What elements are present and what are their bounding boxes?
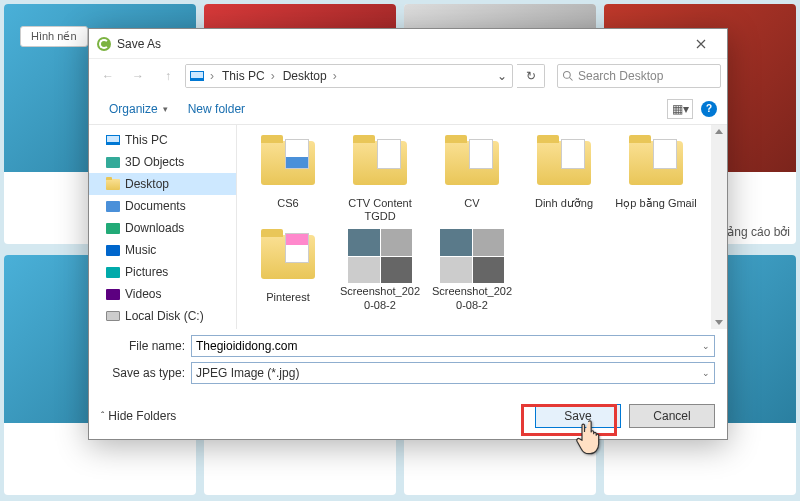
folder-icon <box>105 198 121 214</box>
tree-item-this-pc[interactable]: This PC <box>89 129 236 151</box>
image-thumbnail <box>440 229 504 283</box>
save-as-dialog: Save As ← → ↑ › This PC › Desktop › ⌄ ↻ … <box>88 28 728 440</box>
dialog-footer: ˆ Hide Folders Save Cancel <box>89 393 727 439</box>
chevron-up-icon: ˆ <box>101 411 104 422</box>
file-item[interactable]: CTV Content TGDD <box>335 135 425 223</box>
tree-item-label: Documents <box>125 199 186 213</box>
file-name: CS6 <box>243 197 333 210</box>
save-type-label: Save as type: <box>101 366 191 380</box>
file-item[interactable]: Pinterest <box>243 229 333 311</box>
cancel-button[interactable]: Cancel <box>629 404 715 428</box>
refresh-button[interactable]: ↻ <box>517 64 545 88</box>
back-button[interactable]: ← <box>95 63 121 89</box>
file-name-label: File name: <box>101 339 191 353</box>
tree-item-desktop[interactable]: Desktop <box>89 173 236 195</box>
image-thumbnail <box>348 229 412 283</box>
search-placeholder: Search Desktop <box>578 69 663 83</box>
file-item[interactable]: Screenshot_2020-08-2 <box>427 229 517 311</box>
folder-icon <box>256 141 320 195</box>
tree-item-label: Music <box>125 243 156 257</box>
tree-item-3d-objects[interactable]: 3D Objects <box>89 151 236 173</box>
breadcrumb-this-pc[interactable]: This PC <box>216 65 269 87</box>
folder-icon <box>105 264 121 280</box>
form-area: File name: ⌄ Save as type: JPEG Image (*… <box>89 329 727 393</box>
tree-item-label: Desktop <box>125 177 169 191</box>
search-icon <box>562 70 574 82</box>
folder-icon <box>440 141 504 195</box>
folder-icon <box>105 220 121 236</box>
close-button[interactable] <box>683 29 719 58</box>
file-name-input[interactable] <box>196 336 702 356</box>
file-name: Dinh dưỡng <box>519 197 609 210</box>
tree-item-pictures[interactable]: Pictures <box>89 261 236 283</box>
chevron-right-icon: › <box>331 69 339 83</box>
tree-item-label: Videos <box>125 287 161 301</box>
svg-point-0 <box>564 72 571 79</box>
file-item[interactable]: Dinh dưỡng <box>519 135 609 223</box>
folder-icon <box>256 235 320 289</box>
save-type-value: JPEG Image (*.jpg) <box>196 366 299 380</box>
hide-folders-button[interactable]: ˆ Hide Folders <box>101 409 176 423</box>
dialog-body: This PC3D ObjectsDesktopDocumentsDownloa… <box>89 125 727 329</box>
close-icon <box>696 39 706 49</box>
dialog-title: Save As <box>117 37 161 51</box>
folder-icon <box>105 242 121 258</box>
tree-item-music[interactable]: Music <box>89 239 236 261</box>
tree-item-label: Local Disk (C:) <box>125 309 204 323</box>
save-type-field[interactable]: JPEG Image (*.jpg) ⌄ <box>191 362 715 384</box>
file-name: Screenshot_2020-08-2 <box>335 285 425 311</box>
drive-icon <box>105 308 121 324</box>
folder-icon <box>105 176 121 192</box>
file-name-field[interactable]: ⌄ <box>191 335 715 357</box>
tree-item-label: This PC <box>125 133 168 147</box>
file-name: Pinterest <box>243 291 333 304</box>
file-item[interactable]: Họp bằng Gmail <box>611 135 701 223</box>
chevron-right-icon: › <box>269 69 277 83</box>
folder-icon <box>105 286 121 302</box>
folder-icon <box>348 141 412 195</box>
tree-item-downloads[interactable]: Downloads <box>89 217 236 239</box>
ad-text: ảng cáo bởi <box>727 225 790 239</box>
breadcrumb[interactable]: › This PC › Desktop › ⌄ <box>185 64 513 88</box>
file-name: CTV Content TGDD <box>335 197 425 223</box>
search-input[interactable]: Search Desktop <box>557 64 721 88</box>
breadcrumb-dropdown[interactable]: ⌄ <box>492 64 512 88</box>
organize-button[interactable]: Organize <box>99 98 178 120</box>
title-bar: Save As <box>89 29 727 59</box>
scrollbar[interactable] <box>711 125 727 329</box>
toolbar: Organize New folder ▦▾ ? <box>89 93 727 125</box>
folder-icon <box>105 154 121 170</box>
hide-folders-label: Hide Folders <box>108 409 176 423</box>
file-list[interactable]: CS6CTV Content TGDDCVDinh dưỡngHọp bằng … <box>237 125 727 329</box>
chevron-down-icon[interactable]: ⌄ <box>702 368 710 378</box>
app-icon <box>97 37 111 51</box>
chevron-right-icon: › <box>208 69 216 83</box>
file-item[interactable]: Screenshot_2020-08-2 <box>335 229 425 311</box>
file-item[interactable]: CV <box>427 135 517 223</box>
file-name: Screenshot_2020-08-2 <box>427 285 517 311</box>
file-name: Họp bằng Gmail <box>611 197 701 210</box>
view-options-button[interactable]: ▦▾ <box>667 99 693 119</box>
tree-item-label: Pictures <box>125 265 168 279</box>
chevron-down-icon[interactable]: ⌄ <box>702 341 710 351</box>
pc-icon <box>186 65 208 87</box>
tree-item-videos[interactable]: Videos <box>89 283 236 305</box>
tree-item-documents[interactable]: Documents <box>89 195 236 217</box>
folder-icon <box>624 141 688 195</box>
up-button[interactable]: ↑ <box>155 63 181 89</box>
forward-button: → <box>125 63 151 89</box>
pc-icon <box>105 132 121 148</box>
tree-item-label: Downloads <box>125 221 184 235</box>
tree-item-label: 3D Objects <box>125 155 184 169</box>
folder-tree[interactable]: This PC3D ObjectsDesktopDocumentsDownloa… <box>89 125 237 329</box>
nav-bar: ← → ↑ › This PC › Desktop › ⌄ ↻ Search D… <box>89 59 727 93</box>
tree-item-local-disk-c-[interactable]: Local Disk (C:) <box>89 305 236 327</box>
save-button[interactable]: Save <box>535 404 621 428</box>
breadcrumb-desktop[interactable]: Desktop <box>277 65 331 87</box>
new-folder-button[interactable]: New folder <box>178 98 255 120</box>
folder-icon <box>532 141 596 195</box>
file-name: CV <box>427 197 517 210</box>
help-button[interactable]: ? <box>701 101 717 117</box>
file-item[interactable]: CS6 <box>243 135 333 223</box>
background-tag[interactable]: Hình nền <box>20 26 88 47</box>
